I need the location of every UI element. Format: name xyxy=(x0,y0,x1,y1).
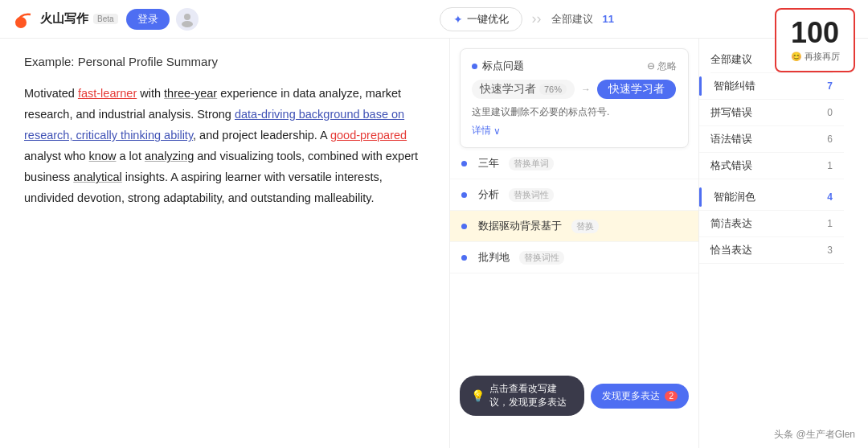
row-label-0: 三年 xyxy=(478,156,499,171)
score-subtitle: 😊 再接再厉 xyxy=(791,51,840,63)
suggestion-row-3[interactable]: 批判地 替换词性 xyxy=(450,242,698,273)
optimize-button[interactable]: ✦ 一键优化 xyxy=(440,7,522,31)
row-dot-1 xyxy=(461,192,467,198)
discover-label: 发现更多表达 xyxy=(602,389,660,403)
right-label-spelling: 拼写错误 xyxy=(710,105,752,120)
lightbulb-icon: 💡 xyxy=(471,389,485,402)
card-header: 标点问题 ⊖ 忽略 xyxy=(472,59,677,73)
tooltip-bubble: 💡 点击查看改写建议，发现更多表达 xyxy=(460,376,584,416)
row-dot-2 xyxy=(461,224,467,229)
right-row-format[interactable]: 格式错误 1 xyxy=(699,153,844,179)
bottom-tooltip-area: 💡 点击查看改写建议，发现更多表达 发现更多表达 2 xyxy=(460,376,689,416)
row-tag-0: 替换单词 xyxy=(509,157,554,171)
row-label-1: 分析 xyxy=(478,187,499,202)
left-bar-0 xyxy=(699,76,702,96)
card-dot xyxy=(472,64,477,69)
star-icon: ✦ xyxy=(453,13,463,26)
logo-area: 火山写作 Beta xyxy=(13,8,118,31)
logo-icon xyxy=(13,8,35,31)
doc-title: Example: Personal Profile Summary xyxy=(24,55,425,68)
card-title-row: 标点问题 xyxy=(472,59,524,73)
tooltip-text: 点击查看改写建议，发现更多表达 xyxy=(489,382,573,409)
right-row-concise[interactable]: 简洁表达 1 xyxy=(699,211,844,237)
right-label-appropriate: 恰当表达 xyxy=(710,243,752,257)
svg-point-1 xyxy=(184,14,190,20)
right-label-format: 格式错误 xyxy=(710,158,752,173)
right-label-concise: 简洁表达 xyxy=(710,216,752,231)
right-row-smart-fix[interactable]: 智能纠错 7 xyxy=(699,73,844,100)
right-count-smart-fix: 7 xyxy=(827,80,833,92)
right-count-grammar: 6 xyxy=(827,134,833,145)
right-row-spelling[interactable]: 拼写错误 0 xyxy=(699,100,844,126)
ignore-button[interactable]: ⊖ 忽略 xyxy=(647,60,677,73)
word-replacement-row: 快速学习者 76% → 快速学习者 xyxy=(472,80,677,99)
highlight-know: know xyxy=(89,150,117,162)
nav-divider: ›› xyxy=(532,10,542,27)
suggestions-label: 全部建议 xyxy=(551,12,593,27)
row-label-3: 批判地 xyxy=(478,250,510,265)
suggestions-count: 11 xyxy=(603,13,614,25)
right-count-format: 1 xyxy=(827,160,833,171)
score-box: 100 😊 再接再厉 xyxy=(775,8,855,72)
ignore-icon: ⊖ xyxy=(647,60,655,72)
suggestion-row-2[interactable]: 数据驱动背景基于 替换 xyxy=(450,211,698,242)
right-row-polish[interactable]: 智能润色 4 xyxy=(699,184,844,211)
highlight-analytical: analytical xyxy=(73,171,121,183)
watermark: 头条 @生产者Glen xyxy=(774,428,855,442)
row-label-2: 数据驱动背景基于 xyxy=(478,219,562,233)
top-navigation: 火山写作 Beta 登录 ✦ 一键优化 ›› 全部建议 11 100 😊 再接再… xyxy=(0,0,868,39)
right-label-grammar: 语法错误 xyxy=(710,132,752,146)
doc-content: Motivated fast-learner with three-year e… xyxy=(24,83,425,209)
right-count-polish: 4 xyxy=(827,191,833,203)
suggestion-card-punctuation: 标点问题 ⊖ 忽略 快速学习者 76% → 快速学习者 这里建议删除不必要的标点… xyxy=(460,48,689,148)
card-detail-button[interactable]: 详情 ∨ xyxy=(472,124,677,138)
right-count-spelling: 0 xyxy=(827,107,833,118)
right-label-polish: 智能润色 xyxy=(714,190,755,204)
arrow-icon: → xyxy=(581,84,591,95)
row-dot-3 xyxy=(461,255,467,261)
ignore-label: 忽略 xyxy=(657,60,677,73)
right-row-grammar[interactable]: 语法错误 6 xyxy=(699,126,844,153)
right-all-label: 全部建议 xyxy=(710,52,752,67)
nav-center: ✦ 一键优化 ›› 全部建议 11 xyxy=(199,7,855,31)
logo-text: 火山写作 xyxy=(40,11,88,27)
right-label-smart-fix: 智能纠错 xyxy=(714,79,755,93)
discover-button[interactable]: 发现更多表达 2 xyxy=(591,384,689,409)
row-dot-0 xyxy=(461,161,467,166)
svg-point-2 xyxy=(182,21,193,27)
score-tag: 76% xyxy=(539,84,567,95)
right-count-concise: 1 xyxy=(827,218,833,229)
chevron-down-icon: ∨ xyxy=(493,125,501,137)
highlight-good-prepared: good-prepared xyxy=(330,129,407,142)
suggestion-row-1[interactable]: 分析 替换词性 xyxy=(450,179,698,211)
original-word: 快速学习者 76% xyxy=(472,80,575,99)
highlight-three-year: three-year xyxy=(164,87,217,100)
login-button[interactable]: 登录 xyxy=(126,9,170,30)
score-sub-label: 再接再厉 xyxy=(805,51,840,63)
highlight-fast-learner: fast-learner xyxy=(78,87,137,100)
score-number: 100 xyxy=(791,18,839,47)
row-tag-1: 替换词性 xyxy=(509,188,554,202)
suggestion-row-0[interactable]: 三年 替换单词 xyxy=(450,148,698,179)
card-hint: 这里建议删除不必要的标点符号. xyxy=(472,105,677,119)
card-title: 标点问题 xyxy=(482,59,524,73)
score-emoji: 😊 xyxy=(791,51,802,62)
main-layout: Example: Personal Profile Summary Motiva… xyxy=(0,39,868,448)
optimize-label: 一键优化 xyxy=(467,12,509,27)
left-bar-1 xyxy=(699,187,702,207)
editor-area: Example: Personal Profile Summary Motiva… xyxy=(0,39,450,448)
row-tag-2: 替换 xyxy=(571,220,599,233)
avatar-icon xyxy=(179,11,195,27)
discover-badge: 2 xyxy=(665,391,678,401)
highlight-analyzing: analyzing xyxy=(145,150,194,162)
right-panel: 全部建议 11 智能纠错 7 拼写错误 0 语法错误 6 格式错误 1 智能润色… xyxy=(699,39,844,448)
middle-panel: 标点问题 ⊖ 忽略 快速学习者 76% → 快速学习者 这里建议删除不必要的标点… xyxy=(450,39,699,448)
beta-badge: Beta xyxy=(93,14,118,24)
avatar-button[interactable] xyxy=(176,8,199,31)
row-tag-3: 替换词性 xyxy=(519,251,564,265)
suggest-word[interactable]: 快速学习者 xyxy=(597,80,676,99)
right-row-appropriate[interactable]: 恰当表达 3 xyxy=(699,237,844,264)
right-count-appropriate: 3 xyxy=(827,245,833,256)
